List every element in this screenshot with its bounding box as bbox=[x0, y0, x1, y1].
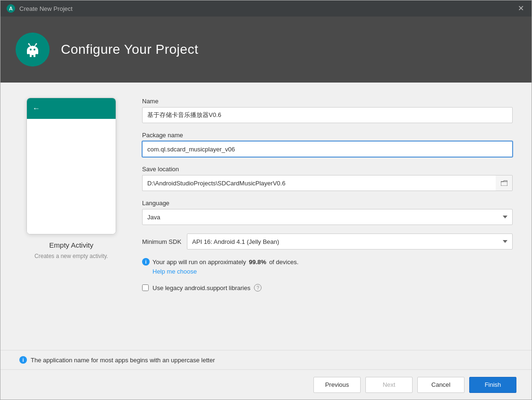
main-content: ← Empty Activity Creates a new empty act… bbox=[0, 83, 532, 350]
svg-rect-4 bbox=[27, 50, 29, 54]
header-logo bbox=[16, 33, 50, 67]
name-input[interactable] bbox=[142, 107, 513, 123]
footer: Previous Next Cancel Finish bbox=[0, 369, 532, 400]
left-panel: ← Empty Activity Creates a new empty act… bbox=[19, 98, 123, 341]
name-label: Name bbox=[142, 98, 513, 105]
warning-info-icon: i bbox=[19, 356, 27, 364]
language-select[interactable]: Java Kotlin bbox=[142, 209, 513, 225]
close-button[interactable]: ✕ bbox=[516, 5, 526, 12]
activity-desc: Creates a new empty activity. bbox=[34, 253, 108, 259]
phone-header: ← bbox=[27, 98, 116, 119]
sdk-select[interactable]: API 16: Android 4.1 (Jelly Bean) API 21:… bbox=[187, 233, 513, 250]
legacy-checkbox-label: Use legacy android.support libraries bbox=[152, 284, 250, 292]
svg-point-9 bbox=[28, 43, 30, 45]
svg-rect-7 bbox=[34, 54, 35, 57]
save-location-group: Save location bbox=[142, 166, 513, 191]
svg-point-13 bbox=[34, 49, 35, 50]
package-input[interactable] bbox=[142, 141, 513, 157]
phone-preview: ← bbox=[26, 98, 116, 234]
device-text-suffix: of devices. bbox=[269, 258, 298, 266]
sdk-row: Minimum SDK API 16: Android 4.1 (Jelly B… bbox=[142, 233, 513, 250]
sdk-label: Minimum SDK bbox=[142, 238, 181, 245]
back-arrow-icon: ← bbox=[33, 104, 40, 113]
svg-rect-14 bbox=[501, 182, 507, 186]
cancel-button[interactable]: Cancel bbox=[417, 377, 464, 393]
device-coverage: i Your app will run on approximately 99.… bbox=[142, 258, 513, 275]
device-text-prefix: Your app will run on approximately bbox=[152, 258, 246, 266]
info-icon: i bbox=[142, 258, 150, 266]
browse-button[interactable] bbox=[496, 175, 513, 191]
save-location-label: Save location bbox=[142, 166, 513, 173]
svg-rect-5 bbox=[36, 50, 38, 54]
phone-body bbox=[27, 119, 116, 234]
device-percent: 99.8% bbox=[249, 258, 266, 266]
legacy-help-icon[interactable]: ? bbox=[254, 284, 262, 292]
right-panel: Name Package name Save location bbox=[142, 98, 513, 341]
header-title: Configure Your Project bbox=[61, 42, 198, 57]
package-label: Package name bbox=[142, 132, 513, 139]
activity-label: Empty Activity bbox=[49, 241, 93, 249]
main-window: A Create New Project ✕ bbox=[0, 0, 532, 400]
warning-text: The application name for most apps begin… bbox=[31, 357, 215, 364]
language-label: Language bbox=[142, 200, 513, 207]
save-location-input[interactable] bbox=[142, 175, 496, 191]
package-group: Package name bbox=[142, 132, 513, 157]
next-button[interactable]: Next bbox=[365, 377, 413, 393]
svg-point-11 bbox=[36, 43, 37, 45]
name-group: Name bbox=[142, 98, 513, 123]
help-link[interactable]: Help me choose bbox=[152, 268, 197, 275]
finish-button[interactable]: Finish bbox=[469, 377, 516, 393]
language-group: Language Java Kotlin bbox=[142, 200, 513, 225]
legacy-checkbox[interactable] bbox=[142, 284, 149, 291]
svg-rect-6 bbox=[30, 54, 32, 57]
title-bar-text: Create New Project bbox=[19, 5, 516, 12]
legacy-checkbox-row: Use legacy android.support libraries ? bbox=[142, 284, 513, 292]
header: Configure Your Project bbox=[0, 17, 532, 83]
app-icon: A bbox=[6, 4, 16, 13]
save-location-row bbox=[142, 175, 513, 191]
warning-bar: i The application name for most apps beg… bbox=[0, 350, 532, 369]
previous-button[interactable]: Previous bbox=[313, 377, 361, 393]
info-row: i Your app will run on approximately 99.… bbox=[142, 258, 513, 266]
title-bar: A Create New Project ✕ bbox=[0, 0, 532, 17]
svg-point-12 bbox=[30, 49, 32, 50]
svg-text:A: A bbox=[9, 6, 13, 11]
